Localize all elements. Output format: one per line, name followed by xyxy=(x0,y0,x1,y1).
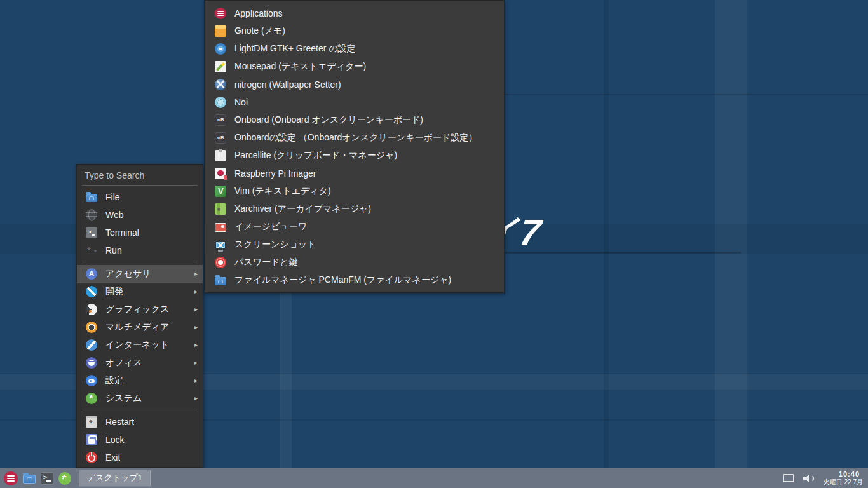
screenshot-icon xyxy=(215,241,226,250)
gnote-icon xyxy=(215,25,226,37)
submenu-item-label: Noi xyxy=(234,97,248,107)
accessories-submenu: ApplicationsGnote (メモ)LightDM GTK+ Greet… xyxy=(204,0,505,293)
rpi-imager-icon xyxy=(215,168,226,179)
menu-item-label: File xyxy=(105,192,120,202)
menu-button[interactable] xyxy=(4,471,18,485)
system-icon xyxy=(86,393,97,404)
submenu-item-label: Parcellite (クリップボード・マネージャ) xyxy=(234,150,397,161)
menu-quick-list: FileWebTerminalRun xyxy=(77,188,203,259)
clock-time: 10:40 xyxy=(824,470,863,478)
parcellite-icon xyxy=(215,150,226,161)
submenu-item-label: nitrogen (Wallpaper Setter) xyxy=(234,79,341,90)
submenu-item-vim[interactable]: Vim (テキストエディタ) xyxy=(205,182,504,200)
submenu-item-label: パスワードと鍵 xyxy=(234,257,298,268)
submenu-item-onboard-settings[interactable]: Onboardの設定 （Onboardオンスクリーンキーボード設定） xyxy=(205,129,504,147)
volume-icon-part xyxy=(808,475,814,482)
submenu-item-onboard[interactable]: Onboard (Onboard オンスクリーンキーボード) xyxy=(205,111,504,129)
submenu-item-label: Gnote (メモ) xyxy=(234,25,285,37)
office-icon xyxy=(86,357,97,369)
submenu-item-screenshot[interactable]: スクリーンショット xyxy=(205,236,504,254)
restart-icon xyxy=(86,416,97,428)
menu-item-label: Run xyxy=(105,245,122,255)
menu-category-label: アクセサリ xyxy=(105,268,151,280)
submenu-arrow-icon: ▸ xyxy=(194,360,198,366)
menu-item-label: Web xyxy=(105,210,124,220)
menu-category-label: オフィス xyxy=(105,357,142,369)
submenu-item-image-viewer[interactable]: イメージビューワ xyxy=(205,218,504,236)
menu-action-restart[interactable]: Restart xyxy=(77,413,203,431)
gear-icon[interactable] xyxy=(58,472,71,485)
menu-action-list: RestartLockExit xyxy=(77,413,203,466)
submenu-item-passwords-keys[interactable]: パスワードと鍵 xyxy=(205,254,504,271)
internet-icon xyxy=(86,339,97,351)
menu-category-settings[interactable]: 設定▸ xyxy=(77,372,203,390)
menu-action-label: Restart xyxy=(105,417,134,427)
accessories-icon xyxy=(86,268,97,280)
terminal-icon[interactable] xyxy=(41,472,53,485)
terminal-icon xyxy=(86,227,97,238)
menu-category-internet[interactable]: インターネット▸ xyxy=(77,336,203,354)
submenu-item-applications[interactable]: Applications xyxy=(205,4,504,22)
submenu-item-label: Vim (テキストエディタ) xyxy=(234,186,331,197)
menu-item-run[interactable]: Run xyxy=(77,241,203,259)
separator xyxy=(82,262,198,262)
file-manager-icon[interactable] xyxy=(23,475,36,484)
separator xyxy=(82,185,198,186)
submenu-item-rpi-imager[interactable]: Raspberry Pi Imager xyxy=(205,165,504,182)
menu-category-accessories[interactable]: アクセサリ▸ xyxy=(77,265,203,283)
clock[interactable]: 10:40 火曜日 22 7月 xyxy=(824,470,863,486)
clock-date: 火曜日 22 7月 xyxy=(824,478,863,486)
menu-category-label: 設定 xyxy=(105,375,123,386)
lightdm-settings-icon xyxy=(215,43,226,55)
development-icon xyxy=(86,286,97,297)
submenu-arrow-icon: ▸ xyxy=(194,342,198,348)
menu-action-exit[interactable]: Exit xyxy=(77,449,203,466)
submenu-item-parcellite[interactable]: Parcellite (クリップボード・マネージャ) xyxy=(205,147,504,165)
separator xyxy=(82,410,198,410)
menu-category-development[interactable]: 開発▸ xyxy=(77,283,203,301)
submenu-item-xarchiver[interactable]: Xarchiver (アーカイブマネージャ) xyxy=(205,200,504,218)
display-tray-icon[interactable] xyxy=(783,474,794,482)
desktop: { "colors": { "menu_bg": "#323232", "sub… xyxy=(0,0,868,488)
menu-category-label: グラフィックス xyxy=(105,304,169,315)
multimedia-icon xyxy=(86,322,97,333)
onboard-icon xyxy=(215,114,226,126)
submenu-item-pcmanfm[interactable]: ファイルマネージャ PCManFM (ファイルマネージャ) xyxy=(205,271,504,289)
wallpaper-detail xyxy=(604,0,609,468)
menu-category-office[interactable]: オフィス▸ xyxy=(77,354,203,372)
menu-category-system[interactable]: システム▸ xyxy=(77,390,203,407)
mousepad-icon xyxy=(215,61,226,72)
submenu-item-nitrogen[interactable]: nitrogen (Wallpaper Setter) xyxy=(205,76,504,93)
submenu-item-mousepad[interactable]: Mousepad (テキストエディター) xyxy=(205,58,504,76)
volume-icon[interactable] xyxy=(803,473,815,484)
submenu-item-label: LightDM GTK+ Greeter の設定 xyxy=(234,43,356,55)
menu-action-lock[interactable]: Lock xyxy=(77,431,203,449)
desktop-pager-button[interactable]: デスクトップ1 xyxy=(79,470,151,487)
web-icon xyxy=(86,209,97,220)
menu-category-list: アクセサリ▸開発▸グラフィックス▸マルチメディア▸インターネット▸オフィス▸設定… xyxy=(77,265,203,407)
wallpaper-detail xyxy=(715,0,748,468)
menu-category-multimedia[interactable]: マルチメディア▸ xyxy=(77,318,203,336)
menu-item-file[interactable]: File xyxy=(77,188,203,206)
submenu-item-label: Mousepad (テキストエディター) xyxy=(234,61,366,72)
menu-category-graphics[interactable]: グラフィックス▸ xyxy=(77,301,203,318)
image-viewer-icon xyxy=(215,223,226,232)
submenu-item-lightdm-settings[interactable]: LightDM GTK+ Greeter の設定 xyxy=(205,40,504,58)
submenu-item-gnote[interactable]: Gnote (メモ) xyxy=(205,22,504,40)
xarchiver-icon xyxy=(215,203,226,215)
menu-category-label: インターネット xyxy=(105,339,169,351)
menu-item-web[interactable]: Web xyxy=(77,206,203,224)
menu-category-label: システム xyxy=(105,393,142,404)
run-icon xyxy=(86,245,97,256)
submenu-item-label: Raspberry Pi Imager xyxy=(234,168,316,179)
search-input[interactable]: Type to Search xyxy=(77,167,203,182)
noi-icon xyxy=(215,97,226,108)
settings-icon xyxy=(86,375,97,386)
pcmanfm-icon xyxy=(215,277,226,285)
submenu-item-label: Xarchiver (アーカイブマネージャ) xyxy=(234,203,371,215)
graphics-icon xyxy=(86,304,97,315)
menu-item-label: Terminal xyxy=(105,227,139,238)
menu-item-terminal[interactable]: Terminal xyxy=(77,224,203,241)
submenu-item-noi[interactable]: Noi xyxy=(205,93,504,111)
nitrogen-icon xyxy=(215,79,226,90)
